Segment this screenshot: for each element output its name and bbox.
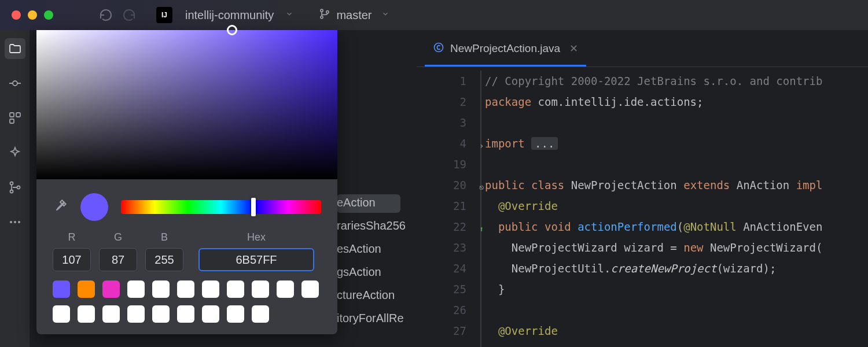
close-tab-icon[interactable]: ✕ [569, 42, 578, 55]
color-swatch[interactable] [78, 305, 95, 323]
svg-point-7 [10, 182, 13, 185]
color-swatch[interactable] [202, 280, 219, 298]
undo-button[interactable] [98, 8, 113, 23]
saturation-value-field[interactable] [36, 30, 337, 179]
svg-point-0 [321, 9, 323, 12]
close-window-button[interactable] [12, 10, 21, 20]
line-number: 26 [417, 300, 466, 320]
color-swatch[interactable] [127, 305, 145, 323]
r-label: R [68, 231, 76, 243]
fold-expand-icon[interactable]: › [479, 135, 484, 156]
maximize-window-button[interactable] [44, 10, 53, 20]
titlebar: IJ intellij-community master [0, 0, 868, 30]
color-picker-popup: R G B Hex [36, 30, 337, 334]
list-item[interactable]: ctureAction [337, 283, 406, 307]
background-list: eAction rariesSha256 esAction gsAction c… [337, 191, 406, 330]
list-item[interactable]: itoryForAllRe [337, 307, 406, 330]
implements-gutter-icon[interactable]: ⎋ [479, 177, 484, 198]
color-swatch[interactable] [102, 305, 120, 323]
g-input[interactable] [99, 248, 137, 271]
eyedropper-button[interactable] [53, 198, 68, 216]
svg-point-9 [17, 186, 20, 189]
code-annotation: @Override [498, 324, 558, 337]
project-dropdown-icon[interactable] [285, 10, 293, 20]
code-text: } [498, 283, 505, 296]
more-tool-button[interactable] [5, 212, 25, 232]
code-content[interactable]: // Copyright 2000-2022 JetBrains s.r.o. … [480, 71, 868, 347]
code-text: (wizard); [716, 262, 776, 275]
code-comment: // Copyright 2000-2022 JetBrains s.r.o. … [485, 75, 822, 87]
color-swatch[interactable] [53, 305, 70, 323]
color-swatch[interactable] [177, 280, 194, 298]
color-swatch[interactable] [202, 305, 219, 323]
vcs-tool-button[interactable] [5, 177, 25, 198]
color-swatch[interactable] [152, 305, 170, 323]
sv-cursor[interactable] [227, 25, 237, 35]
left-toolbar [0, 30, 30, 347]
list-item[interactable]: eAction [337, 191, 406, 214]
branch-dropdown-icon [381, 10, 389, 20]
commit-tool-button[interactable] [5, 73, 25, 94]
code-text: NewProjectAction [571, 179, 683, 191]
color-swatch[interactable] [53, 280, 70, 298]
code-keyword: impl [796, 179, 823, 191]
list-item[interactable]: esAction [337, 237, 406, 260]
code-keyword: new [683, 241, 710, 254]
b-label: B [161, 231, 168, 243]
code-text: com.intellij.ide.actions; [531, 95, 703, 108]
code-annotation: @Override [498, 200, 558, 212]
line-number: 3 [417, 112, 466, 133]
color-swatch[interactable] [127, 280, 145, 298]
svg-point-11 [14, 221, 16, 223]
branch-icon [319, 8, 330, 22]
ai-tool-button[interactable] [5, 142, 25, 163]
line-number: 2 [417, 91, 466, 112]
hex-input[interactable] [198, 248, 314, 271]
code-editor[interactable]: 1 2 3 4 19 20 21 22 23 24 25 26 27 › ⎋ ⬆… [417, 67, 868, 347]
svg-point-12 [18, 221, 20, 223]
code-keyword: extends [683, 179, 737, 191]
code-fold[interactable]: ... [531, 137, 558, 150]
redo-button[interactable] [122, 8, 137, 23]
color-swatch[interactable] [252, 280, 269, 298]
color-swatch[interactable] [252, 305, 269, 323]
editor-area: NewProjectAction.java ✕ 1 2 3 4 19 20 21… [417, 30, 868, 347]
color-swatch[interactable] [102, 280, 120, 298]
r-input[interactable] [53, 248, 91, 271]
line-number: 23 [417, 237, 466, 258]
color-swatch[interactable] [277, 280, 294, 298]
color-swatch[interactable] [78, 280, 95, 298]
project-tool-button[interactable] [5, 38, 25, 59]
list-item[interactable]: gsAction [337, 260, 406, 283]
code-text: NewProjectUtil. [512, 262, 611, 275]
editor-tab[interactable]: NewProjectAction.java ✕ [425, 30, 586, 67]
hex-label: Hex [247, 231, 266, 243]
project-name[interactable]: intellij-community [185, 9, 274, 22]
b-input[interactable] [145, 248, 183, 271]
code-text: AnActionEven [743, 220, 822, 233]
svg-point-3 [13, 81, 17, 86]
window-controls [12, 10, 53, 20]
line-number: 1 [417, 71, 466, 91]
color-swatch[interactable] [227, 305, 244, 323]
color-swatches [36, 280, 337, 334]
color-preview-swatch [80, 193, 108, 221]
hue-slider[interactable] [121, 200, 321, 214]
hue-slider-thumb[interactable] [251, 198, 256, 216]
minimize-window-button[interactable] [28, 10, 37, 20]
override-gutter-icon[interactable]: ⬆ [479, 219, 484, 239]
color-swatch[interactable] [227, 280, 244, 298]
color-swatch[interactable] [152, 280, 170, 298]
line-number: 27 [417, 320, 466, 341]
java-class-icon [433, 42, 444, 56]
color-swatch[interactable] [301, 280, 319, 298]
line-number: 19 [417, 154, 466, 175]
svg-point-8 [10, 190, 13, 193]
list-item[interactable]: rariesSha256 [337, 214, 406, 237]
structure-tool-button[interactable] [5, 108, 25, 128]
line-number: 22 [417, 216, 466, 237]
line-number: 24 [417, 258, 466, 279]
branch-selector[interactable]: master [319, 8, 389, 22]
color-swatch[interactable] [177, 305, 194, 323]
g-label: G [114, 231, 122, 243]
